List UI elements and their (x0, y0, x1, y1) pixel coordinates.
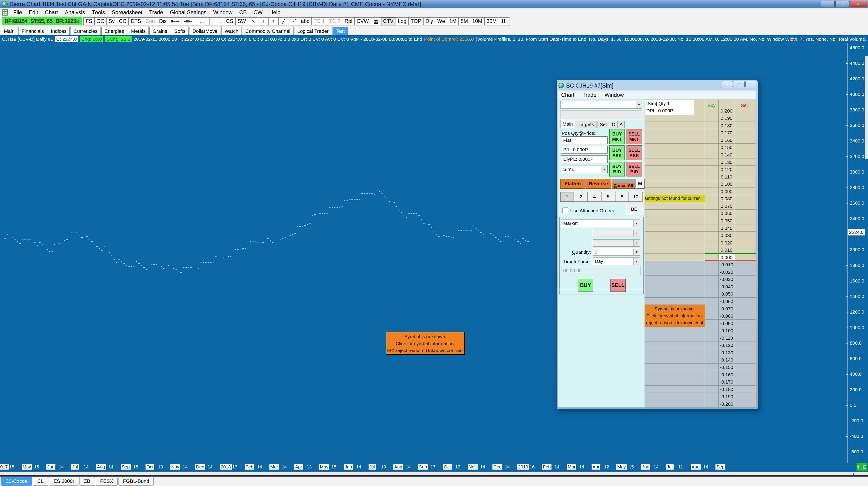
menu-item-file[interactable]: File (10, 8, 26, 17)
dom-price-cell[interactable]: -0.160 (718, 372, 735, 378)
tab-currencies[interactable]: Currencies (70, 27, 100, 35)
trade-dom-icon[interactable]: ▦ (371, 17, 381, 26)
toolbar-dts-button[interactable]: DTS (128, 17, 143, 26)
ray-tool-icon[interactable]: ⋰ (288, 17, 299, 26)
trade-tab-a[interactable]: A (618, 121, 625, 128)
sell-button[interactable]: SELL (610, 279, 626, 292)
menu-item-cw[interactable]: CW (250, 8, 266, 17)
dom-price-cell[interactable]: 0.090 (718, 189, 735, 194)
dom-price-cell[interactable]: 0.050 (718, 218, 735, 224)
toolbar-1h-button[interactable]: 1H (499, 17, 510, 26)
dom-price-cell[interactable]: 0.010 (718, 248, 735, 253)
toolbar-sw-button[interactable]: SW (236, 17, 248, 26)
dom-price-cell[interactable]: 0.080 (718, 196, 735, 201)
qty-preset-2[interactable]: 2 (574, 192, 588, 202)
trade-close-button[interactable]: × (745, 81, 756, 87)
use-attached-orders-checkbox[interactable] (562, 207, 568, 213)
trade-tab-main[interactable]: Main (560, 120, 575, 128)
dom-price-cell[interactable]: 0.200 (718, 108, 735, 114)
toolbar-top-button[interactable]: TOP (408, 17, 424, 26)
toolbar-cvw-button[interactable]: CVW (354, 17, 371, 26)
dom-price-cell[interactable]: -0.100 (718, 328, 735, 333)
buy-bid-button[interactable]: BUY BID (609, 162, 625, 176)
tab-energies[interactable]: Energies (101, 27, 127, 35)
trade-menu-trade[interactable]: Trade (583, 92, 596, 98)
toolbar-fs-button[interactable]: FS (83, 17, 94, 26)
trendline-tool-icon[interactable]: ╱ (278, 17, 289, 26)
menu-item-window[interactable]: Window (210, 8, 236, 17)
file-tab-es-2000t[interactable]: ES 2000t (49, 477, 79, 486)
toolbar-cc-button[interactable]: CC (117, 17, 129, 26)
chevron-down-icon[interactable]: ▼ (601, 166, 607, 173)
dom-price-cell[interactable]: 0.170 (718, 130, 735, 135)
close-button[interactable]: × (849, 1, 867, 7)
tab-financials[interactable]: Financials (19, 27, 47, 35)
dom-price-cell[interactable]: -0.120 (718, 343, 735, 348)
dom-price-cell[interactable]: -0.030 (718, 277, 735, 282)
symbol-warning-box[interactable]: Symbol is unknown. Click for symbol info… (386, 332, 465, 355)
file-tab-fesx[interactable]: FESX (96, 477, 118, 486)
trade-minimize-button[interactable]: – (722, 81, 733, 87)
dom-price-cell[interactable]: 0.060 (718, 211, 735, 216)
widen-bar-spacing-icon[interactable]: ⇤⇥ (169, 17, 182, 26)
toolbar-5m-button[interactable]: 5M (459, 17, 470, 26)
tab-dollarmove[interactable]: DollarMove (189, 27, 221, 35)
tab-watch[interactable]: Watch (221, 27, 242, 35)
sell-bid-button[interactable]: SELL BID (626, 162, 642, 176)
text-tool-icon[interactable]: abc (299, 17, 312, 26)
trade-menu-window[interactable]: Window (604, 92, 624, 98)
dom-price-cell[interactable]: 0.140 (718, 152, 735, 158)
qty-preset-4[interactable]: 4 (588, 192, 601, 202)
document-icon[interactable] (2, 9, 8, 15)
time-field[interactable]: 00:00:00 (561, 266, 641, 275)
dom-price-cell[interactable]: 0.040 (718, 226, 735, 231)
dom-price-cell[interactable]: 0.110 (718, 174, 735, 180)
tab-logical-trader[interactable]: Logical Trader (294, 27, 332, 35)
dom-price-cell[interactable]: 0.150 (718, 145, 735, 150)
buy-ask-button[interactable]: BUY ASK (609, 145, 625, 160)
dom-price-cell[interactable]: -0.140 (718, 357, 735, 363)
dom-price-cell[interactable]: -0.060 (718, 299, 735, 304)
dom-price-cell[interactable]: 0.030 (718, 233, 735, 238)
dom-price-cell[interactable]: 0.130 (718, 160, 735, 165)
menu-item-edit[interactable]: Edit (26, 8, 41, 17)
narrow-bar-spacing-icon[interactable]: ⇥⇤ (182, 17, 195, 26)
qty-preset-1[interactable]: 1 (560, 192, 574, 202)
dom-price-cell[interactable]: 0.180 (718, 123, 735, 128)
symbol-combo[interactable]: ▼ (560, 101, 642, 108)
dom-price-cell[interactable]: -0.110 (718, 335, 735, 341)
trade-tab-c[interactable]: C (610, 121, 617, 128)
file-tab-fgbl-bund[interactable]: FGBL-Bund (119, 477, 154, 486)
buy-button[interactable]: BUY (578, 279, 593, 292)
toolbar-replay-button[interactable]: Rpl (342, 17, 354, 26)
right-scrollbar-strip[interactable] (865, 56, 868, 159)
toolbar-daily-button[interactable]: Dly (423, 17, 435, 26)
reverse-button[interactable]: Reverse (586, 179, 611, 189)
breakeven-button[interactable]: BE (626, 204, 642, 214)
sell-market-button[interactable]: SELL MKT (626, 129, 642, 144)
quantity-combo[interactable]: 1 ▼ (593, 248, 640, 256)
file-tab-zb[interactable]: ZB (79, 477, 95, 486)
dom-price-cell[interactable]: 0.120 (718, 167, 735, 172)
compress-scale-icon[interactable]: →← (195, 17, 210, 26)
order-type-combo[interactable]: Market ▼ (561, 219, 640, 227)
menu-item-chart[interactable]: Chart (41, 8, 62, 17)
file-tab-cl[interactable]: CL (33, 477, 48, 486)
date-axis[interactable]: 201718May15Jun14Jul14Aug14Sep15Oct13Nov1… (0, 462, 868, 472)
qty-preset-8[interactable]: 8 (615, 192, 629, 202)
trade-window[interactable]: SC CJH19 #7[Sim] – □ × Chart Trade Windo… (556, 80, 758, 409)
tab-test[interactable]: Test (333, 27, 348, 35)
toolbar-save-button[interactable]: Sv (106, 17, 117, 26)
dom-price-cell[interactable]: 0.100 (718, 182, 735, 187)
dom-price-cell[interactable]: -0.150 (718, 365, 735, 370)
dom-price-cell[interactable]: -0.040 (718, 284, 735, 290)
dom-price-cell[interactable]: -0.090 (718, 321, 735, 326)
chevron-down-icon[interactable]: ▼ (633, 220, 640, 227)
toolbar-1m-button[interactable]: 1M (447, 17, 459, 26)
qty-preset-5[interactable]: 5 (601, 192, 615, 202)
dom-price-cell[interactable]: 0.070 (718, 203, 735, 209)
main-title-bar[interactable]: Sierra Chart 1834 Test.Cht GAIN Capital/… (0, 0, 868, 8)
pointer-tool-icon[interactable]: ↖ (248, 17, 258, 26)
dom-price-cell[interactable]: 0.020 (718, 240, 735, 246)
dom-price-cell[interactable]: -0.070 (718, 306, 735, 312)
